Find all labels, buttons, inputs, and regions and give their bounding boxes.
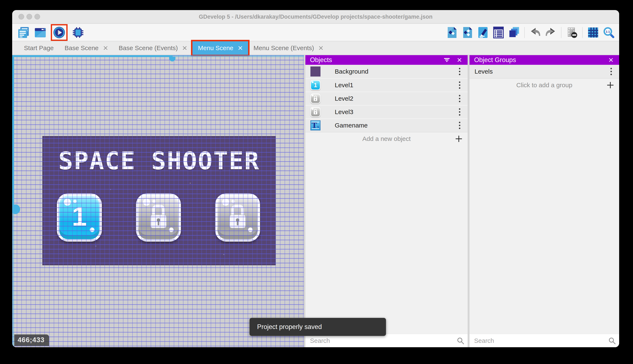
kebab-icon	[610, 67, 612, 76]
group-row-levels[interactable]: Levels	[470, 65, 619, 78]
object-groups-editor-button[interactable]	[461, 26, 473, 38]
filter-button[interactable]	[443, 56, 450, 64]
tab-start-page[interactable]: Start Page	[19, 41, 59, 55]
toggle-grid-button[interactable]	[587, 26, 599, 38]
save-toast: Project properly saved	[249, 318, 386, 336]
tab-label: Menu Scene	[198, 44, 233, 52]
scene-window-button[interactable]	[34, 26, 47, 39]
objects-panel: Objects Background	[305, 55, 468, 347]
groups-search-input[interactable]	[470, 334, 619, 347]
tab-menu-scene-events[interactable]: Menu Scene (Events)	[248, 41, 329, 55]
layers-editor-button[interactable]	[508, 26, 520, 38]
plus-icon	[606, 81, 614, 89]
close-button[interactable]	[607, 56, 614, 64]
tab-label: Menu Scene (Events)	[253, 44, 314, 52]
group-name: Levels	[475, 68, 493, 75]
object-name: Gamename	[335, 122, 368, 129]
objects-editor-icon	[446, 27, 458, 38]
group-menu-button[interactable]	[607, 66, 615, 76]
instances-list-button[interactable]	[492, 26, 504, 38]
play-preview-button[interactable]	[53, 26, 65, 38]
scene-editor-canvas[interactable]: SPACE SHOOTER 1	[12, 55, 304, 347]
groups-search	[470, 334, 619, 347]
object-menu-button[interactable]	[455, 80, 464, 90]
kebab-icon	[459, 108, 461, 116]
close-icon	[457, 58, 462, 62]
instances-list-icon	[493, 27, 504, 38]
debugger-icon	[72, 26, 84, 39]
tab-label: Start Page	[24, 44, 54, 52]
project-manager-button[interactable]	[17, 26, 30, 39]
zoom-original-button[interactable]: 1:1	[602, 26, 614, 38]
tab-close-icon[interactable]	[103, 46, 108, 50]
mini-lock-icon	[313, 96, 318, 102]
toolbar-separator	[561, 27, 561, 38]
add-object-button[interactable]: Add a new object	[305, 132, 468, 145]
tab-base-scene-events[interactable]: Base Scene (Events)	[113, 41, 193, 55]
cursor-coordinates: 466;433	[14, 334, 49, 346]
close-icon	[608, 58, 613, 62]
object-name: Level1	[335, 82, 353, 89]
project-manager-icon	[17, 26, 30, 39]
object-menu-button[interactable]	[455, 107, 464, 117]
delete-instances-icon	[566, 27, 578, 38]
kebab-icon	[459, 81, 461, 89]
play-highlight-box	[51, 24, 68, 41]
object-row-background[interactable]: Background	[305, 65, 468, 78]
tab-menu-scene[interactable]: Menu Scene	[192, 41, 248, 55]
tab-close-icon[interactable]	[319, 46, 323, 50]
zoom-1-1-icon: 1:1	[603, 27, 614, 38]
search-icon	[457, 337, 464, 345]
mini-lock-icon	[313, 109, 318, 115]
toolbar-separator	[582, 27, 583, 38]
gamename-thumbnail: Tx	[310, 120, 321, 130]
object-name: Background	[335, 68, 368, 75]
scene-window-icon	[34, 26, 47, 39]
objects-search-input[interactable]	[305, 334, 468, 347]
add-group-label: Click to add a group	[516, 82, 572, 89]
properties-button[interactable]	[477, 26, 489, 38]
object-row-level2[interactable]: Level2	[305, 92, 468, 105]
plus-icon	[455, 134, 463, 143]
vertical-scrollbar[interactable]	[12, 55, 14, 347]
object-menu-button[interactable]	[455, 94, 464, 104]
object-row-level1[interactable]: 1 Level1	[305, 78, 468, 92]
window-title: GDevelop 5 - /Users/dkarakay/Documents/G…	[12, 10, 619, 24]
undo-button[interactable]	[529, 26, 541, 38]
object-menu-button[interactable]	[455, 120, 464, 130]
object-groups-panel-empty-space	[470, 92, 619, 334]
toolbar-left	[17, 24, 84, 41]
object-groups-panel-title: Object Groups	[474, 56, 602, 64]
search-icon	[608, 337, 616, 345]
tab-close-icon[interactable]	[238, 46, 243, 50]
object-name: Level2	[335, 95, 353, 102]
tab-close-icon[interactable]	[182, 46, 187, 50]
object-groups-editor-icon	[462, 27, 473, 38]
kebab-icon	[459, 94, 461, 103]
close-button[interactable]	[456, 56, 463, 64]
object-name: Level3	[335, 108, 353, 116]
background-thumbnail	[310, 66, 321, 76]
level3-thumbnail	[310, 107, 321, 117]
object-menu-button[interactable]	[455, 66, 464, 76]
title-bar: GDevelop 5 - /Users/dkarakay/Documents/G…	[12, 10, 619, 24]
horizontal-scrollbar[interactable]	[12, 55, 304, 57]
object-row-level3[interactable]: Level3	[305, 105, 468, 118]
delete-instances-button[interactable]	[566, 26, 578, 38]
level1-thumbnail: 1	[310, 80, 321, 90]
add-group-button[interactable]: Click to add a group	[470, 78, 619, 92]
play-icon	[53, 26, 65, 38]
add-object-label: Add a new object	[362, 135, 411, 142]
level2-thumbnail	[310, 94, 321, 104]
tab-label: Base Scene	[65, 44, 99, 52]
layers-editor-icon	[508, 27, 520, 38]
undo-icon	[529, 27, 541, 38]
grid-overlay	[12, 55, 304, 347]
screenshot-stage: GDevelop 5 - /Users/dkarakay/Documents/G…	[0, 0, 633, 364]
kebab-icon	[459, 121, 461, 130]
debugger-button[interactable]	[72, 26, 84, 39]
objects-editor-button[interactable]	[446, 26, 458, 38]
tab-base-scene[interactable]: Base Scene	[59, 41, 113, 55]
redo-button[interactable]	[545, 26, 557, 38]
object-row-gamename[interactable]: Tx Gamename	[305, 118, 468, 132]
